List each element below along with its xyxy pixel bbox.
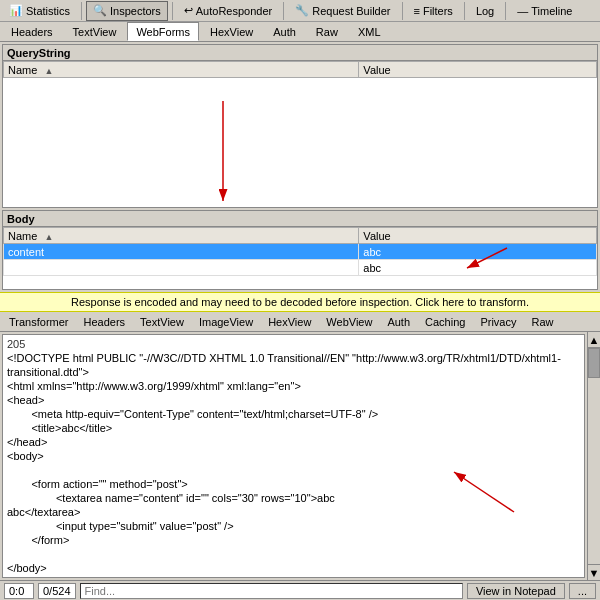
- xml-content: <!DOCTYPE html PUBLIC "-//W3C//DTD XHTML…: [7, 351, 580, 575]
- querystring-header: QueryString: [3, 45, 597, 61]
- scroll-track: [588, 348, 600, 564]
- log-label: Log: [476, 5, 494, 17]
- info-bar-text: Response is encoded and may need to be d…: [71, 296, 529, 308]
- body-table-row[interactable]: contentabc: [4, 244, 597, 260]
- tab-resp-auth[interactable]: Auth: [380, 312, 417, 331]
- timeline-icon: —: [517, 5, 528, 17]
- tab-caching[interactable]: Caching: [418, 312, 472, 331]
- requestbuilder-icon: 🔧: [295, 4, 309, 17]
- view-notepad-button[interactable]: View in Notepad: [467, 583, 565, 599]
- bottom-tab-row: Transformer Headers TextView ImageView H…: [0, 312, 600, 332]
- body-table-row[interactable]: abc: [4, 260, 597, 276]
- querystring-label: QueryString: [7, 47, 71, 59]
- log-button[interactable]: Log: [469, 1, 501, 21]
- tab-resp-hexview[interactable]: HexView: [261, 312, 318, 331]
- toolbar: 📊 Statistics 🔍 Inspectors ↩ AutoResponde…: [0, 0, 600, 22]
- sep2: [172, 2, 173, 20]
- status-bar: 0:0 0/524 View in Notepad ...: [0, 580, 600, 600]
- requestbuilder-label: Request Builder: [312, 5, 390, 17]
- top-tab-row: Headers TextView WebForms HexView Auth R…: [0, 22, 600, 42]
- filters-label: Filters: [423, 5, 453, 17]
- info-bar[interactable]: Response is encoded and may need to be d…: [0, 292, 600, 312]
- ellipsis-button[interactable]: ...: [569, 583, 596, 599]
- body-header: Body: [3, 211, 597, 227]
- sep6: [505, 2, 506, 20]
- querystring-table: Name ▲ Value: [3, 61, 597, 78]
- body-cell-value: abc: [359, 260, 597, 276]
- scroll-thumb[interactable]: [588, 348, 600, 378]
- body-cell-name: content: [4, 244, 359, 260]
- body-sort-arrow: ▲: [44, 232, 53, 242]
- sep1: [81, 2, 82, 20]
- filters-icon: ≡: [414, 5, 420, 17]
- autoresponder-icon: ↩: [184, 4, 193, 17]
- timeline-label: Timeline: [531, 5, 572, 17]
- sep3: [283, 2, 284, 20]
- tab-xml[interactable]: XML: [349, 22, 390, 41]
- tab-resp-textview[interactable]: TextView: [133, 312, 191, 331]
- xml-line-number: 205: [7, 337, 580, 351]
- scroll-up-button[interactable]: ▲: [588, 332, 600, 348]
- body-cell-value: abc: [359, 244, 597, 260]
- tab-resp-headers[interactable]: Headers: [77, 312, 133, 331]
- sep4: [402, 2, 403, 20]
- tab-raw[interactable]: Raw: [307, 22, 347, 41]
- requestbuilder-button[interactable]: 🔧 Request Builder: [288, 1, 397, 21]
- body-col-name: Name ▲: [4, 228, 359, 244]
- tab-privacy[interactable]: Privacy: [473, 312, 523, 331]
- body-col-value: Value: [359, 228, 597, 244]
- main-container: 📊 Statistics 🔍 Inspectors ↩ AutoResponde…: [0, 0, 600, 600]
- xml-area[interactable]: 205 <!DOCTYPE html PUBLIC "-//W3C//DTD X…: [2, 334, 585, 578]
- tab-textview[interactable]: TextView: [64, 22, 126, 41]
- body-table: Name ▲ Value contentabcabc: [3, 227, 597, 276]
- tab-imageview[interactable]: ImageView: [192, 312, 260, 331]
- timeline-button[interactable]: — Timeline: [510, 1, 579, 21]
- body-label: Body: [7, 213, 35, 225]
- statistics-button[interactable]: 📊 Statistics: [2, 1, 77, 21]
- tab-hexview[interactable]: HexView: [201, 22, 262, 41]
- inspectors-icon: 🔍: [93, 4, 107, 17]
- tab-transformer[interactable]: Transformer: [2, 312, 76, 331]
- qs-arrow-annotation: [163, 91, 283, 207]
- body-panel: Body Name ▲ Value contentabcabc: [2, 210, 598, 290]
- tab-webview[interactable]: WebView: [319, 312, 379, 331]
- statistics-icon: 📊: [9, 4, 23, 17]
- sep5: [464, 2, 465, 20]
- body-tbody: contentabcabc: [4, 244, 597, 276]
- qs-sort-arrow: ▲: [44, 66, 53, 76]
- body-cell-name: [4, 260, 359, 276]
- response-area: Transformer Headers TextView ImageView H…: [0, 312, 600, 580]
- status-count: 0/524: [38, 583, 76, 599]
- scrollbar[interactable]: ▲ ▼: [587, 332, 600, 580]
- find-input-container: [80, 583, 463, 599]
- tab-resp-raw[interactable]: Raw: [524, 312, 560, 331]
- scroll-down-button[interactable]: ▼: [588, 564, 600, 580]
- view-notepad-label: View in Notepad: [476, 585, 556, 597]
- querystring-panel: QueryString Name ▲ Value: [2, 44, 598, 208]
- status-position: 0:0: [4, 583, 34, 599]
- querystring-table-container: Name ▲ Value: [3, 61, 597, 207]
- tab-auth[interactable]: Auth: [264, 22, 305, 41]
- find-input[interactable]: [85, 585, 458, 597]
- autoresponder-button[interactable]: ↩ AutoResponder: [177, 1, 279, 21]
- qs-col-name: Name ▲: [4, 62, 359, 78]
- inspectors-label: Inspectors: [110, 5, 161, 17]
- body-table-container: Name ▲ Value contentabcabc: [3, 227, 597, 289]
- tab-headers[interactable]: Headers: [2, 22, 62, 41]
- xml-wrapper: 205 <!DOCTYPE html PUBLIC "-//W3C//DTD X…: [0, 332, 600, 580]
- statistics-label: Statistics: [26, 5, 70, 17]
- position-text: 0:0: [9, 585, 24, 597]
- ellipsis-label: ...: [578, 585, 587, 597]
- count-text: 0/524: [43, 585, 71, 597]
- inspectors-button[interactable]: 🔍 Inspectors: [86, 1, 168, 21]
- content-area: QueryString Name ▲ Value: [0, 42, 600, 580]
- filters-button[interactable]: ≡ Filters: [407, 1, 460, 21]
- tab-webforms[interactable]: WebForms: [127, 22, 199, 41]
- qs-col-value: Value: [359, 62, 597, 78]
- autoresponder-label: AutoResponder: [196, 5, 272, 17]
